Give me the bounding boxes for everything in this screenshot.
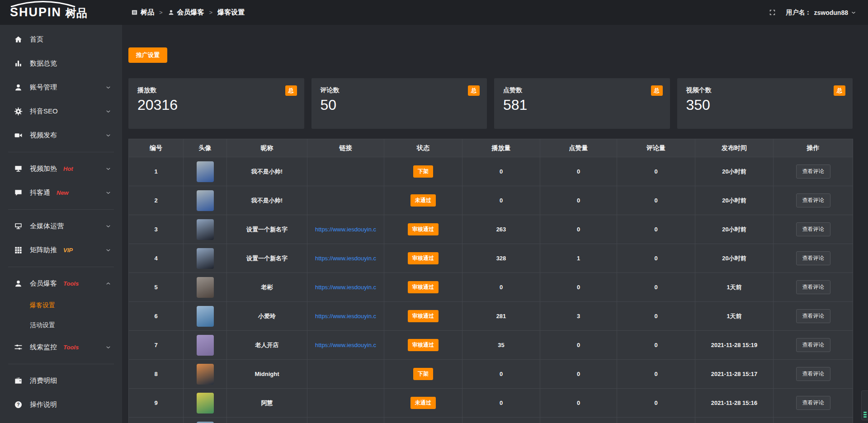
sidebar-item-抖音SEO[interactable]: 抖音SEO [0, 99, 122, 123]
table-row: 2我不是小帅!未通过00020小时前查看评论 [129, 186, 853, 215]
username-menu[interactable]: 用户名：zswodun88 [786, 9, 856, 17]
status-badge[interactable]: 审核通过 [408, 223, 439, 235]
sidebar-item-视频加热[interactable]: 视频加热Hot [0, 157, 122, 181]
sidebar-item-label: 视频发布 [30, 131, 57, 140]
video-link[interactable]: https://www.iesdouyin.c [315, 342, 376, 348]
bar-chart-icon [14, 59, 23, 68]
sidebar-item-数据总览[interactable]: 数据总览 [0, 52, 122, 75]
cell-link: https://www.iesdouyin.c [307, 302, 384, 331]
stat-card-label: 播放数 [137, 86, 295, 94]
main-content: 推广设置 播放数20316总评论数50总点赞数581总视频个数350总 编号头像… [122, 25, 868, 423]
sidebar-item-label: 抖客通 [30, 188, 50, 197]
table-row: 1我不是小帅!下架00020小时前查看评论 [129, 157, 853, 186]
video-link[interactable]: https://www.iesdouyin.c [315, 313, 376, 320]
stat-card-label: 点赞数 [503, 86, 661, 94]
total-badge: 总 [468, 85, 480, 96]
sidebar-item-消费明细[interactable]: 消费明细 [0, 369, 122, 393]
cell-plays: 0 [462, 273, 540, 302]
sidebar-item-线索监控[interactable]: 线索监控Tools [0, 335, 122, 359]
cell-link [307, 418, 384, 423]
sidebar-item-首页[interactable]: 首页 [0, 28, 122, 52]
widget-green-bar [863, 416, 867, 418]
sidebar-subitem-爆客设置[interactable]: 爆客设置 [0, 296, 122, 315]
sidebar-item-全媒体运营[interactable]: 全媒体运营 [0, 214, 122, 238]
avatar [197, 364, 214, 385]
status-badge[interactable]: 下架 [413, 368, 433, 380]
view-comments-button[interactable]: 查看评论 [796, 164, 830, 179]
sidebar-item-抖客通[interactable]: 抖客通New [0, 181, 122, 205]
grid-icon [14, 246, 23, 254]
cell-id: 3 [129, 215, 184, 244]
cell-avatar [184, 186, 227, 215]
view-comments-button[interactable]: 查看评论 [796, 193, 830, 207]
avatar [197, 248, 214, 269]
fullscreen-icon[interactable] [769, 9, 776, 16]
column-header-点赞量: 点赞量 [540, 139, 617, 157]
view-comments-button[interactable]: 查看评论 [796, 309, 830, 323]
view-comments-button[interactable]: 查看评论 [796, 280, 830, 294]
sidebar-item-label: 线索监控 [30, 343, 57, 352]
sidebar-item-矩阵助推[interactable]: 矩阵助推VIP [0, 238, 122, 262]
sidebar-item-label: 操作说明 [30, 400, 57, 409]
breadcrumb-item[interactable]: 会员爆客 [168, 8, 204, 17]
view-comments-button[interactable]: 查看评论 [796, 367, 830, 381]
breadcrumb-separator: > [159, 9, 163, 16]
status-badge[interactable]: 未通过 [410, 194, 436, 207]
sidebar-item-label: 抖音SEO [30, 107, 58, 116]
cell-comments: 0 [617, 186, 695, 215]
status-badge[interactable]: 下架 [413, 165, 433, 178]
column-header-状态: 状态 [384, 139, 462, 157]
video-link[interactable]: https://www.iesdouyin.c [315, 255, 376, 262]
breadcrumb-item[interactable]: 爆客设置 [217, 8, 245, 17]
table-row: 4设置一个新名字https://www.iesdouyin.c审核通过32810… [129, 244, 853, 273]
sidebar-item-badge: Tools [63, 280, 79, 287]
chevron-down-icon [851, 10, 856, 15]
table-row: 9阿慧未通过0002021-11-28 15:16查看评论 [129, 389, 853, 418]
sidebar: 首页数据总览账号管理抖音SEO视频发布视频加热Hot抖客通New全媒体运营矩阵助… [0, 25, 122, 423]
view-comments-button[interactable]: 查看评论 [796, 222, 830, 236]
status-badge[interactable]: 审核通过 [408, 339, 439, 351]
status-badge[interactable]: 审核通过 [408, 310, 439, 322]
floating-widget[interactable] [861, 390, 868, 420]
cell-comments: 0 [617, 360, 695, 389]
sidebar-item-label: 账号管理 [30, 83, 57, 92]
column-header-头像: 头像 [184, 139, 227, 157]
column-header-发布时间: 发布时间 [695, 139, 774, 157]
chevron-down-icon [105, 344, 111, 350]
user-icon [14, 83, 23, 92]
cell-likes: 3 [540, 302, 617, 331]
cell-avatar [184, 244, 227, 273]
cell-action: 查看评论 [774, 157, 853, 186]
breadcrumb-label: 爆客设置 [217, 8, 245, 17]
cell-comments: 0 [617, 302, 695, 331]
cell-likes: 0 [540, 273, 617, 302]
cell-id: 1 [129, 157, 184, 186]
cell-link [307, 389, 384, 418]
chevron-up-icon [105, 281, 111, 287]
view-comments-button[interactable]: 查看评论 [796, 338, 830, 352]
status-badge[interactable]: 审核通过 [408, 281, 439, 293]
view-comments-button[interactable]: 查看评论 [796, 396, 830, 410]
stat-card-label: 视频个数 [686, 86, 844, 94]
breadcrumb-label: 树品 [141, 8, 154, 17]
status-badge[interactable]: 未通过 [410, 397, 436, 409]
video-link[interactable]: https://www.iesdouyin.c [315, 284, 376, 291]
sidebar-item-操作说明[interactable]: ?操作说明 [0, 393, 122, 417]
view-comments-button[interactable]: 查看评论 [796, 251, 830, 265]
cell-link: https://www.iesdouyin.c [307, 215, 384, 244]
sidebar-subitem-活动设置[interactable]: 活动设置 [0, 315, 122, 335]
sidebar-item-会员爆客[interactable]: 会员爆客Tools [0, 272, 122, 296]
breadcrumb-item[interactable]: 树品 [131, 8, 154, 17]
cell-id [129, 418, 184, 423]
sidebar-item-账号管理[interactable]: 账号管理 [0, 75, 122, 99]
table-row [129, 418, 853, 423]
table-row: 3设置一个新名字https://www.iesdouyin.c审核通过26300… [129, 215, 853, 244]
gear-icon [14, 107, 23, 116]
sidebar-item-视频发布[interactable]: 视频发布 [0, 123, 122, 147]
cell-action: 查看评论 [774, 389, 853, 418]
status-badge[interactable]: 审核通过 [408, 252, 439, 264]
sidebar-item-badge: New [57, 189, 69, 196]
cell-id: 5 [129, 273, 184, 302]
promo-settings-button[interactable]: 推广设置 [128, 47, 167, 63]
video-link[interactable]: https://www.iesdouyin.c [315, 226, 376, 233]
